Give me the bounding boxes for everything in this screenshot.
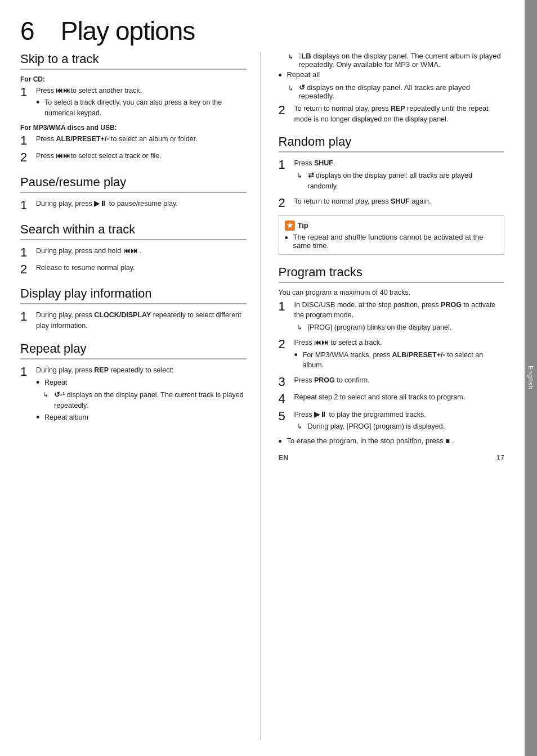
random-play-step1: 1 Press SHUF. ↳ ⇄ displays on the displa… (279, 158, 505, 192)
tip-box: ★ Tip • The repeat and shuffle functions… (279, 215, 505, 255)
tip-star-icon: ★ (285, 220, 295, 231)
program-tracks-step5: 5 Press ▶⏸ to play the programmed tracks… (279, 410, 505, 434)
section-repeat-play: Repeat play (20, 341, 247, 359)
skip-track-cd-step1: 1 Press ⏮⏭to select another track. • To … (20, 86, 247, 119)
program-tracks-intro: You can program a maximum of 40 tracks. (279, 289, 505, 296)
program-tracks-step3: 3 Press PROG to confirm. (279, 375, 505, 389)
section-display-info: Display play information (20, 286, 247, 304)
tip-title: ★ Tip (285, 220, 499, 231)
search-track-step1: 1 During play, press and hold ⏮⏭ . (20, 246, 247, 259)
page-title: 6 Play options (20, 16, 504, 46)
repeat-play-step2: 2 To return to normal play, press REP re… (279, 104, 505, 125)
section-skip-track: Skip to a track (20, 52, 247, 70)
for-cd-label: For CD: (20, 75, 247, 83)
language-tab: English (525, 0, 537, 756)
section-random-play: Random play (279, 134, 505, 152)
program-tracks-step4: 4 Repeat step 2 to select and store all … (279, 392, 505, 406)
section-search-track: Search within a track (20, 222, 247, 240)
skip-track-mp3-step2: 2 Press ⏮⏭to select select a track or fi… (20, 151, 247, 164)
section-pause-resume: Pause/resume play (20, 175, 247, 193)
footer: EN 17 (279, 448, 505, 462)
pause-resume-step1: 1 During play, press ▶⏸ to pause/resume … (20, 199, 247, 212)
section-program-tracks: Program tracks (279, 265, 505, 283)
program-tracks-erase: • To erase the program, in the stop posi… (279, 436, 505, 448)
skip-track-mp3-step1: 1 Press ALB/PRESET+/- to select an album… (20, 134, 247, 147)
random-play-step2: 2 To return to normal play, press SHUF a… (279, 196, 505, 210)
display-info-step1: 1 During play, press CLOCK/DISPLAY repea… (20, 310, 247, 331)
repeat-play-step1: 1 During play, press REP repeatedly to s… (20, 365, 247, 425)
program-tracks-step1: 1 In DISC/USB mode, at the stop position… (279, 300, 505, 334)
repeat-play-continued: ↳ 𡮪LB displays on the display panel. The… (279, 52, 505, 124)
for-mp3-label: For MP3/WMA discs and USB: (20, 124, 247, 132)
search-track-step2: 2 Release to resume normal play. (20, 263, 247, 276)
program-tracks-step2: 2 Press ⏮⏭ to select a track. • For MP3/… (279, 338, 505, 372)
